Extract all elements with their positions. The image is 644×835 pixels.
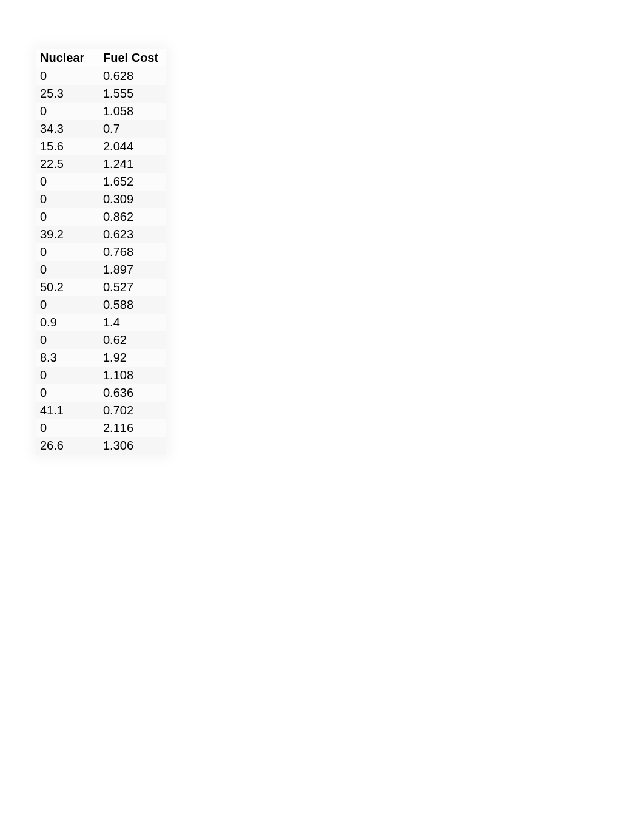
column-header-fuel-cost: Fuel Cost [99, 49, 166, 67]
table-cell: 0.588 [99, 296, 166, 314]
column-header-nuclear: Nuclear [36, 49, 99, 67]
table-row: 0.91.4 [36, 314, 166, 331]
table-cell: 0.628 [99, 67, 166, 85]
table-row: 01.108 [36, 367, 166, 384]
table-cell: 0 [36, 384, 99, 402]
table-cell: 0.768 [99, 243, 166, 261]
table-cell: 8.3 [36, 349, 99, 367]
data-table: Nuclear Fuel Cost 00.62825.31.55501.0583… [36, 49, 166, 455]
table-cell: 0.527 [99, 279, 166, 296]
table-cell: 41.1 [36, 402, 99, 419]
table-row: 15.62.044 [36, 138, 166, 155]
table-cell: 1.241 [99, 155, 166, 173]
table-cell: 0 [36, 331, 99, 349]
table-cell: 0.7 [99, 120, 166, 138]
table-cell: 0 [36, 261, 99, 279]
table-cell: 50.2 [36, 279, 99, 296]
table-cell: 0 [36, 419, 99, 437]
table-cell: 0.636 [99, 384, 166, 402]
table-row: 00.636 [36, 384, 166, 402]
table-row: 8.31.92 [36, 349, 166, 367]
table-cell: 1.4 [99, 314, 166, 331]
table-row: 00.62 [36, 331, 166, 349]
table-row: 00.862 [36, 208, 166, 226]
table-row: 01.058 [36, 103, 166, 120]
table-cell: 0.62 [99, 331, 166, 349]
table-row: 01.652 [36, 173, 166, 191]
table-cell: 15.6 [36, 138, 99, 155]
table-cell: 1.306 [99, 437, 166, 455]
table-cell: 0.702 [99, 402, 166, 419]
table-cell: 0 [36, 67, 99, 85]
table-row: 26.61.306 [36, 437, 166, 455]
table-cell: 0 [36, 191, 99, 208]
table-row: 34.30.7 [36, 120, 166, 138]
table-row: 00.309 [36, 191, 166, 208]
table-cell: 1.555 [99, 85, 166, 103]
table-cell: 25.3 [36, 85, 99, 103]
table-cell: 2.116 [99, 419, 166, 437]
table-row: 22.51.241 [36, 155, 166, 173]
table-row: 00.628 [36, 67, 166, 85]
table-row: 25.31.555 [36, 85, 166, 103]
table-cell: 0 [36, 103, 99, 120]
table-cell: 1.108 [99, 367, 166, 384]
table-cell: 22.5 [36, 155, 99, 173]
table-cell: 0 [36, 296, 99, 314]
table-body: 00.62825.31.55501.05834.30.715.62.04422.… [36, 67, 166, 455]
table-row: 39.20.623 [36, 226, 166, 243]
table-cell: 1.652 [99, 173, 166, 191]
table-cell: 2.044 [99, 138, 166, 155]
table-row: 02.116 [36, 419, 166, 437]
table-cell: 0 [36, 208, 99, 226]
table-row: 41.10.702 [36, 402, 166, 419]
data-table-wrapper: Nuclear Fuel Cost 00.62825.31.55501.0583… [36, 49, 166, 455]
table-cell: 0 [36, 173, 99, 191]
table-cell: 39.2 [36, 226, 99, 243]
table-cell: 0.862 [99, 208, 166, 226]
table-cell: 1.058 [99, 103, 166, 120]
table-cell: 0 [36, 243, 99, 261]
table-cell: 0.9 [36, 314, 99, 331]
table-cell: 0.623 [99, 226, 166, 243]
table-cell: 34.3 [36, 120, 99, 138]
table-cell: 0 [36, 367, 99, 384]
table-cell: 1.92 [99, 349, 166, 367]
table-cell: 26.6 [36, 437, 99, 455]
table-cell: 1.897 [99, 261, 166, 279]
table-row: 00.768 [36, 243, 166, 261]
table-header-row: Nuclear Fuel Cost [36, 49, 166, 67]
table-cell: 0.309 [99, 191, 166, 208]
table-row: 00.588 [36, 296, 166, 314]
table-row: 50.20.527 [36, 279, 166, 296]
table-row: 01.897 [36, 261, 166, 279]
